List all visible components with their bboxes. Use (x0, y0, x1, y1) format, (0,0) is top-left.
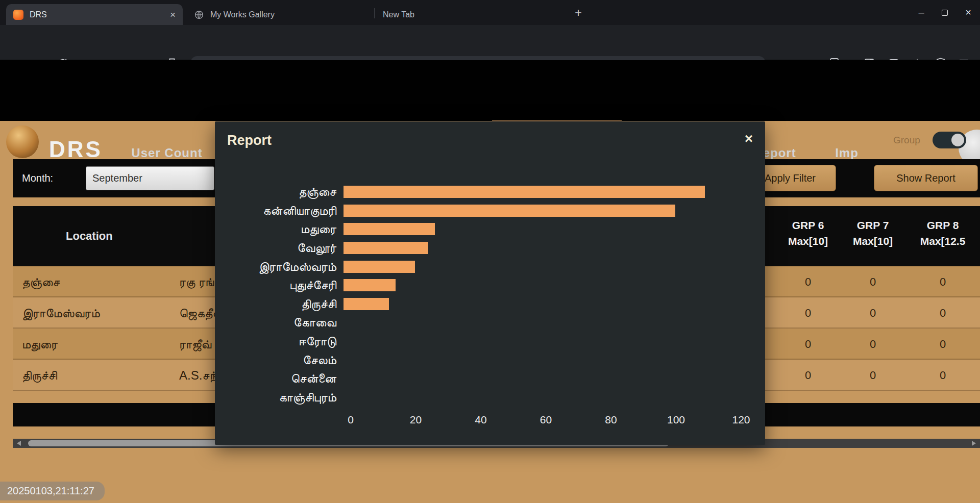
chart-row: சென்னை (215, 369, 765, 388)
show-report-button[interactable]: Show Report (874, 165, 978, 191)
chart-row: காஞ்சிபுரம் (215, 388, 765, 407)
chart-bar (344, 186, 705, 198)
row-person: ராஜீவ் (179, 329, 211, 360)
chart-row: திருச்சி (215, 295, 765, 314)
brand-title[interactable]: DRS (49, 137, 103, 162)
row-grp8-value: 0 (907, 266, 978, 297)
grp6-max: Max[10] (772, 233, 844, 249)
chart-plot: தஞ்சைகன்னியாகுமரிமதுரைவேலூர்இராமேஸ்வரம்ப… (215, 183, 765, 407)
grp8-max: Max[12.5 (907, 233, 978, 249)
chart-row: மதுரை (215, 220, 765, 239)
chart-category-label: சென்னை (215, 371, 344, 386)
row-grp6-value: 0 (772, 297, 844, 329)
row-grp8-value: 0 (907, 297, 978, 329)
tab-my-works-gallery[interactable]: My Works Gallery (187, 4, 373, 25)
browser-toolbar: ‹ › drs.mohanbarathi.com/Score.aspx (0, 25, 980, 60)
scroll-right-icon[interactable] (972, 441, 976, 446)
site-header: DRS User Count Events Users DevoteeR Per… (0, 60, 980, 121)
chart-category-label: காஞ்சிபுரம் (215, 390, 344, 405)
chart-bar (344, 279, 396, 291)
chart-x-tick: 100 (667, 414, 685, 426)
chart-row: கன்னியாகுமரி (215, 202, 765, 220)
browser-tab-bar: DRS × My Works Gallery New Tab + – × (0, 0, 980, 25)
month-label: Month: (22, 159, 53, 197)
row-location: தஞ்சை (22, 266, 60, 297)
chart-x-tick: 60 (540, 414, 552, 426)
minimize-button[interactable]: – (910, 0, 933, 25)
window-controls: – × (910, 0, 980, 25)
report-modal: Report × தஞ்சைகன்னியாகுமரிமதுரைவேலூர்இரா… (215, 121, 765, 445)
month-select[interactable]: September (86, 166, 214, 190)
row-location: திருச்சி (22, 360, 57, 391)
close-button[interactable]: × (957, 0, 980, 25)
chart-row: புதுச்சேரி (215, 276, 765, 295)
grp6-title: GRP 6 (772, 217, 844, 233)
row-grp6-value: 0 (772, 266, 844, 297)
new-tab-button[interactable]: + (571, 6, 586, 21)
row-grp7-value: 0 (837, 360, 909, 391)
grp7-max: Max[10] (837, 233, 909, 249)
grp8-title: GRP 8 (907, 217, 978, 233)
chart-category-label: இராமேஸ்வரம் (215, 260, 344, 274)
chart-bar (344, 298, 389, 310)
brave-lion-favicon (13, 10, 23, 20)
drs-logo-avatar[interactable] (6, 125, 39, 158)
row-location: இராமேஸ்வரம் (22, 297, 100, 329)
tab-title: New Tab (383, 10, 554, 19)
tab-close-icon[interactable]: × (170, 10, 176, 19)
chart-bar (344, 242, 428, 254)
tab-separator (374, 8, 375, 18)
grp8-column-header: GRP 8 Max[12.5 (907, 217, 978, 249)
chart-category-label: கன்னியாகுமரி (215, 204, 344, 218)
chart-x-tick: 0 (348, 414, 354, 426)
location-column-header: Location (66, 230, 113, 243)
toggle-knob (951, 134, 964, 146)
grp7-column-header: GRP 7 Max[10] (837, 217, 909, 249)
nav-user-count[interactable]: User Count (131, 146, 202, 160)
screen: DRS × My Works Gallery New Tab + – × ‹ › (0, 0, 980, 503)
modal-close-icon[interactable]: × (745, 132, 753, 146)
nav-imp[interactable]: Imp (835, 146, 859, 160)
modal-title: Report (227, 133, 272, 148)
chart-bar (344, 223, 435, 235)
chart-row: கோவை (215, 313, 765, 332)
chart-category-label: திருச்சி (215, 297, 344, 311)
tab-drs[interactable]: DRS × (6, 4, 183, 25)
chart-category-label: ஈரோடு (215, 334, 344, 348)
row-location: மதுரை (22, 329, 58, 360)
row-person: ரகு ரங் (179, 266, 214, 297)
chart-category-label: சேலம் (215, 353, 344, 367)
maximize-icon (942, 10, 948, 16)
row-grp8-value: 0 (907, 360, 978, 391)
chart-row: தஞ்சை (215, 183, 765, 202)
row-grp8-value: 0 (907, 329, 978, 360)
chart-category-label: மதுரை (215, 222, 344, 236)
chart-category-label: கோவை (215, 315, 344, 330)
grp6-column-header: GRP 6 Max[10] (772, 217, 844, 249)
chart-row: வேலூர் (215, 239, 765, 258)
chart-row: இராமேஸ்வரம் (215, 257, 765, 276)
chart-row: ஈரோடு (215, 332, 765, 351)
row-grp7-value: 0 (837, 266, 909, 297)
row-grp7-value: 0 (837, 297, 909, 329)
chart-x-tick: 120 (732, 414, 750, 426)
group-toggle-switch[interactable] (933, 132, 966, 148)
maximize-button[interactable] (933, 0, 957, 25)
chart-x-tick: 80 (605, 414, 617, 426)
globe-icon (194, 10, 204, 20)
chart-x-axis: 020406080100120 (351, 414, 744, 429)
tab-title: DRS (30, 10, 164, 19)
chart-x-tick: 20 (410, 414, 422, 426)
chart-row: சேலம் (215, 350, 765, 369)
chart-category-label: புதுச்சேரி (215, 278, 344, 292)
grp7-title: GRP 7 (837, 217, 909, 233)
row-grp6-value: 0 (772, 329, 844, 360)
tab-title: My Works Gallery (210, 10, 365, 19)
tab-new-tab[interactable]: New Tab (376, 4, 561, 25)
chart-bar (344, 261, 415, 273)
row-grp7-value: 0 (837, 329, 909, 360)
chart-category-label: தஞ்சை (215, 185, 344, 199)
scroll-left-icon[interactable] (17, 441, 21, 446)
chart-bar (344, 205, 675, 217)
group-toggle-label: Group (893, 135, 920, 146)
